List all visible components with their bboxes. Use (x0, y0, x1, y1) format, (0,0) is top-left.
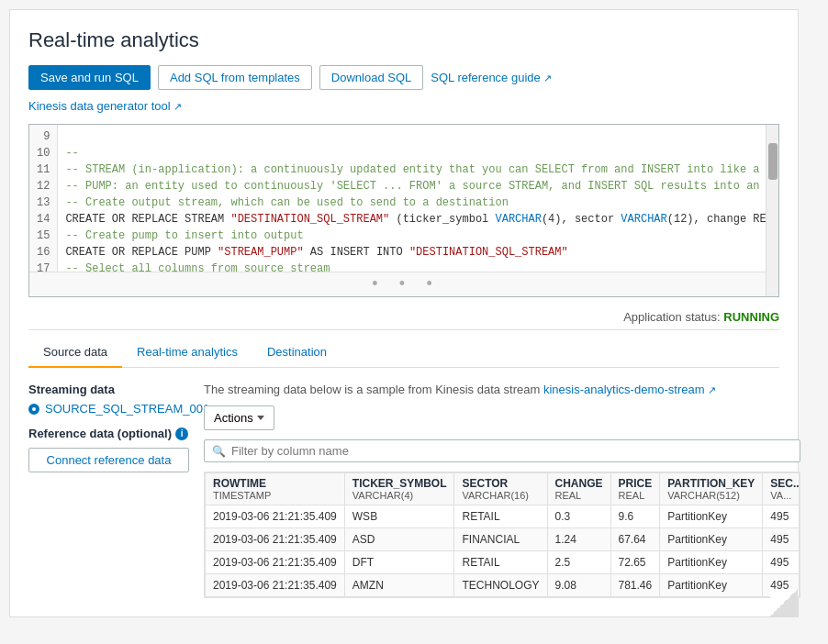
cell-sec: 495 (763, 505, 800, 528)
data-area: The streaming data below is a sample fro… (204, 383, 800, 598)
col-sec: SEC... VA... (763, 473, 800, 505)
table-wrapper: ROWTIME TIMESTAMP TICKER_SYMBOL VARCHAR(… (204, 472, 800, 598)
cell-price: 67.64 (610, 528, 660, 551)
table-row: 2019-03-06 21:21:35.409 WSB RETAIL 0.3 9… (206, 505, 800, 528)
cell-change: 9.08 (547, 574, 610, 597)
cell-partition: PartitionKey (660, 528, 763, 551)
cell-partition: PartitionKey (660, 574, 763, 597)
data-table: ROWTIME TIMESTAMP TICKER_SYMBOL VARCHAR(… (205, 472, 800, 597)
toolbar: Save and run SQL Add SQL from templates … (28, 65, 779, 90)
cell-sector: RETAIL (454, 505, 547, 528)
status-label: Application status: (623, 310, 721, 324)
code-scrollbar[interactable] (766, 125, 778, 272)
cell-change: 2.5 (547, 551, 610, 574)
chevron-down-icon (257, 416, 264, 420)
cell-change: 1.24 (547, 528, 610, 551)
cell-price: 781.46 (610, 574, 660, 597)
tabs-container: Source data Real-time analytics Destinat… (28, 338, 779, 368)
col-partition-key: PARTITION_KEY VARCHAR(512) (660, 473, 763, 505)
cell-partition: PartitionKey (660, 551, 763, 574)
corner-fold (770, 589, 798, 616)
tab-realtime-analytics[interactable]: Real-time analytics (122, 338, 252, 368)
cell-sector: FINANCIAL (454, 528, 547, 551)
line-numbers: 9 10 11 12 13 14 15 16 17 18 19 20 21 (29, 125, 58, 272)
col-rowtime: ROWTIME TIMESTAMP (206, 473, 345, 505)
col-sector: SECTOR VARCHAR(16) (454, 473, 547, 505)
cell-ticker: ASD (344, 528, 454, 551)
save-run-button[interactable]: Save and run SQL (28, 65, 151, 90)
search-icon: 🔍 (212, 445, 226, 458)
table-row: 2019-03-06 21:21:35.409 DFT RETAIL 2.5 7… (206, 551, 800, 574)
page-wrapper: Real-time analytics Save and run SQL Add… (9, 9, 799, 617)
sidebar: Streaming data SOURCE_SQL_STREAM_001 Ref… (28, 383, 189, 598)
filter-bar: 🔍 (204, 439, 800, 462)
stream-item[interactable]: SOURCE_SQL_STREAM_001 (28, 402, 189, 416)
radio-selected (28, 404, 39, 415)
ref-data-label: Reference data (optional) i (28, 427, 189, 440)
download-sql-button[interactable]: Download SQL (319, 65, 423, 90)
col-change: CHANGE REAL (547, 473, 610, 505)
info-icon[interactable]: i (175, 427, 188, 440)
tab-source-data[interactable]: Source data (28, 338, 122, 368)
kinesis-generator-link-row: Kinesis data generator tool (28, 99, 779, 113)
actions-button[interactable]: Actions (204, 405, 274, 430)
tab-destination[interactable]: Destination (252, 338, 341, 368)
cell-rowtime: 2019-03-06 21:21:35.409 (206, 505, 345, 528)
add-sql-button[interactable]: Add SQL from templates (158, 65, 312, 90)
col-price: PRICE REAL (610, 473, 660, 505)
table-row: 2019-03-06 21:21:35.409 AMZN TECHNOLOGY … (206, 574, 800, 597)
page-title: Real-time analytics (28, 28, 779, 52)
streaming-title: Streaming data (28, 383, 189, 396)
code-content: 9 10 11 12 13 14 15 16 17 18 19 20 21 --… (29, 125, 778, 272)
scroll-thumb[interactable] (768, 143, 778, 180)
table-row: 2019-03-06 21:21:35.409 ASD FINANCIAL 1.… (206, 528, 800, 551)
streaming-desc: The streaming data below is a sample fro… (204, 383, 800, 396)
code-text: -- -- STREAM (in-application): a continu… (58, 125, 778, 272)
cell-rowtime: 2019-03-06 21:21:35.409 (206, 528, 345, 551)
table-header-row: ROWTIME TIMESTAMP TICKER_SYMBOL VARCHAR(… (206, 473, 800, 505)
cell-ticker: DFT (344, 551, 454, 574)
sql-reference-link[interactable]: SQL reference guide (431, 71, 552, 84)
filter-input[interactable] (231, 444, 433, 458)
cell-price: 72.65 (610, 551, 660, 574)
cell-sec: 495 (763, 528, 800, 551)
actions-row: Actions (204, 405, 800, 439)
kinesis-generator-link[interactable]: Kinesis data generator tool (28, 99, 182, 113)
cell-sector: TECHNOLOGY (454, 574, 547, 597)
stream-name: SOURCE_SQL_STREAM_001 (45, 402, 209, 416)
cell-rowtime: 2019-03-06 21:21:35.409 (206, 551, 345, 574)
main-content: Streaming data SOURCE_SQL_STREAM_001 Ref… (28, 383, 779, 598)
cell-change: 0.3 (547, 505, 610, 528)
status-bar: Application status: RUNNING (28, 305, 779, 330)
cell-rowtime: 2019-03-06 21:21:35.409 (206, 574, 345, 597)
stream-link[interactable]: kinesis-analytics-demo-stream (543, 383, 716, 396)
cell-price: 9.6 (610, 505, 660, 528)
cell-partition: PartitionKey (660, 505, 763, 528)
code-editor[interactable]: 9 10 11 12 13 14 15 16 17 18 19 20 21 --… (28, 124, 779, 297)
scroll-dots-horizontal: • • • (370, 275, 438, 294)
actions-label: Actions (214, 411, 253, 425)
col-ticker: TICKER_SYMBOL VARCHAR(4) (344, 473, 454, 505)
status-value: RUNNING (723, 310, 779, 324)
cell-ticker: WSB (344, 505, 454, 528)
cell-sec: 495 (763, 551, 800, 574)
connect-ref-data-button[interactable]: Connect reference data (28, 448, 189, 472)
cell-ticker: AMZN (344, 574, 454, 597)
cell-sector: RETAIL (454, 551, 547, 574)
